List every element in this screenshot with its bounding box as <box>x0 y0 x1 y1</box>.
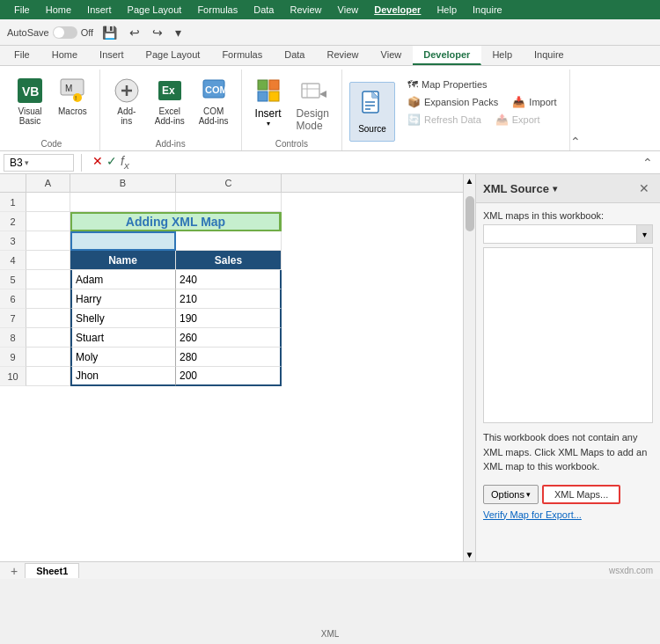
cell-c3[interactable] <box>176 231 282 251</box>
cell-b9[interactable]: Moly <box>70 348 176 367</box>
tab-file[interactable]: File <box>4 46 41 65</box>
collapse-ribbon-icon[interactable]: ⌃ <box>570 135 581 149</box>
menu-insert[interactable]: Insert <box>80 3 119 17</box>
verify-map-export-link[interactable]: Verify Map for Export... <box>483 509 653 520</box>
close-panel-button[interactable]: ✕ <box>635 179 653 197</box>
excel-add-ins-button[interactable]: Ex ExcelAdd-ins <box>150 73 190 129</box>
svg-text:Ex: Ex <box>162 84 175 97</box>
cell-a5[interactable] <box>26 270 70 289</box>
cell-b3[interactable] <box>70 231 176 251</box>
xml-maps-button[interactable]: XML Maps... <box>542 485 620 504</box>
cell-a4[interactable] <box>26 251 70 270</box>
quick-access-dropdown[interactable]: ▾ <box>172 24 185 41</box>
menu-data[interactable]: Data <box>246 3 281 17</box>
cell-c6[interactable]: 210 <box>176 289 282 309</box>
menu-home[interactable]: Home <box>39 3 78 17</box>
menu-review[interactable]: Review <box>282 3 328 17</box>
tab-help[interactable]: Help <box>481 46 524 65</box>
name-jhon: Jhon <box>76 370 99 382</box>
tab-formulas[interactable]: Formulas <box>211 46 274 65</box>
cell-c9[interactable]: 280 <box>176 348 282 367</box>
status-bar-right: wsxdn.com <box>609 566 653 575</box>
map-properties-icon: 🗺 <box>407 78 418 91</box>
cell-b5[interactable]: Adam <box>70 270 176 289</box>
confirm-formula-icon[interactable]: ✓ <box>106 154 117 171</box>
cancel-formula-icon[interactable]: ✕ <box>92 154 103 171</box>
options-button[interactable]: Options ▾ <box>483 485 539 504</box>
save-button[interactable]: 💾 <box>99 24 121 41</box>
row-num-2: 2 <box>0 212 26 231</box>
sheet-tab-sheet1[interactable]: Sheet1 <box>25 563 79 578</box>
menu-inquire[interactable]: Inquire <box>466 3 510 17</box>
tab-view[interactable]: View <box>370 46 414 65</box>
menu-file[interactable]: File <box>7 3 37 17</box>
svg-rect-11 <box>258 80 268 90</box>
xml-panel-dropdown-icon[interactable]: ▾ <box>553 184 557 194</box>
cell-a8[interactable] <box>26 328 70 348</box>
cell-c4[interactable]: Sales <box>176 251 282 270</box>
com-add-ins-button[interactable]: COM COMAdd-ins <box>194 73 234 129</box>
design-mode-button[interactable]: DesignMode <box>291 73 334 135</box>
tab-inquire[interactable]: Inquire <box>524 46 576 65</box>
import-button[interactable]: 📥 Import <box>507 94 561 110</box>
row-num-1: 1 <box>0 193 26 212</box>
cell-b4[interactable]: Name <box>70 251 176 270</box>
export-button[interactable]: 📤 Export <box>490 112 546 128</box>
insert-button[interactable]: Insert ▾ <box>249 73 288 131</box>
menu-formulas[interactable]: Formulas <box>190 3 245 17</box>
tab-developer[interactable]: Developer <box>413 46 481 65</box>
menu-developer[interactable]: Developer <box>367 3 428 17</box>
cell-a7[interactable] <box>26 309 70 328</box>
scrollbar-thumb[interactable] <box>466 196 474 231</box>
formula-bar-expand[interactable]: ⌃ <box>639 156 656 170</box>
scroll-down-arrow[interactable]: ▼ <box>464 548 476 561</box>
cell-a1[interactable] <box>26 193 70 212</box>
expansion-packs-button[interactable]: 📦 Expansion Packs <box>402 94 503 110</box>
tab-data[interactable]: Data <box>274 46 316 65</box>
cell-c7[interactable]: 190 <box>176 309 282 328</box>
cell-c10[interactable]: 200 <box>176 367 282 386</box>
redo-button[interactable]: ↪ <box>149 24 166 41</box>
add-ins-button[interactable]: Add-ins <box>107 73 146 129</box>
cell-a9[interactable] <box>26 348 70 367</box>
cell-a2[interactable] <box>26 212 70 231</box>
autosave-toggle[interactable] <box>53 26 77 39</box>
xml-maps-dropdown[interactable]: ▾ <box>483 224 653 244</box>
cell-ref-dropdown[interactable]: ▾ <box>25 158 29 167</box>
source-button[interactable]: Source <box>349 82 395 142</box>
visual-basic-button[interactable]: VB VisualBasic <box>11 73 49 129</box>
controls-group-label: Controls <box>275 135 308 150</box>
cell-a10[interactable] <box>26 367 70 386</box>
menu-help[interactable]: Help <box>429 3 464 17</box>
tab-insert[interactable]: Insert <box>89 46 136 65</box>
tab-home[interactable]: Home <box>41 46 89 65</box>
cell-a6[interactable] <box>26 289 70 309</box>
cell-b1[interactable] <box>70 193 176 212</box>
undo-button[interactable]: ↩ <box>126 24 143 41</box>
cell-a3[interactable] <box>26 231 70 251</box>
refresh-data-button[interactable]: 🔄 Refresh Data <box>402 112 487 128</box>
xml-group-label: XML <box>321 626 340 640</box>
cell-b7[interactable]: Shelly <box>70 309 176 328</box>
sheet-tabs: + Sheet1 <box>7 563 79 578</box>
tab-review[interactable]: Review <box>316 46 370 65</box>
cell-b6[interactable]: Harry <box>70 289 176 309</box>
insert-function-icon[interactable]: fx <box>121 154 129 171</box>
cell-b10[interactable]: Jhon <box>70 367 176 386</box>
cell-b2-title[interactable]: Adding XML Map <box>70 212 282 231</box>
vertical-scrollbar[interactable]: ▲ ▼ <box>463 174 475 561</box>
xml-dropdown-arrow-icon[interactable]: ▾ <box>636 225 652 243</box>
formula-input[interactable] <box>136 157 639 169</box>
add-sheet-button[interactable]: + <box>7 564 21 578</box>
cell-b8[interactable]: Stuart <box>70 328 176 348</box>
map-properties-button[interactable]: 🗺 Map Properties <box>402 77 493 92</box>
scroll-up-arrow[interactable]: ▲ <box>464 174 476 187</box>
cell-reference-box[interactable]: B3 ▾ <box>4 154 74 172</box>
cell-c8[interactable]: 260 <box>176 328 282 348</box>
cell-c5[interactable]: 240 <box>176 270 282 289</box>
cell-c1[interactable] <box>176 193 282 212</box>
menu-view[interactable]: View <box>331 3 366 17</box>
macros-button[interactable]: M ! Macros <box>53 73 92 120</box>
tab-page-layout[interactable]: Page Layout <box>136 46 212 65</box>
menu-page-layout[interactable]: Page Layout <box>121 3 189 17</box>
